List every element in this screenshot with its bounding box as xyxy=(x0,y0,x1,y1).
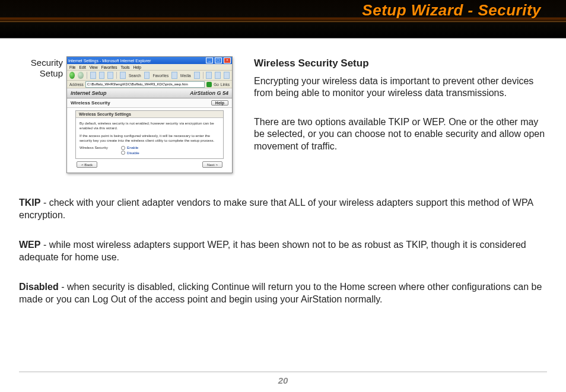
menu-edit[interactable]: Edit xyxy=(79,65,85,69)
forward-icon[interactable] xyxy=(78,72,83,79)
section-heading: Wireless Security Setup xyxy=(254,58,547,69)
option-label: Wireless Security xyxy=(80,145,121,150)
menu-favorites[interactable]: Favorites xyxy=(101,65,117,69)
def-disabled: Disabled - when security is disabled, cl… xyxy=(19,281,547,305)
toolbar-sep xyxy=(116,72,117,79)
option-row: Wireless Security Enable Disable xyxy=(80,145,220,155)
ie-menu-bar: File Edit View Favorites Tools Help xyxy=(67,64,232,71)
panel-footer: < Back Next > xyxy=(75,159,224,169)
intro-column: Wireless Security Setup Encrypting your … xyxy=(254,56,547,169)
app-brand: AirStation xyxy=(190,90,215,96)
back-icon[interactable] xyxy=(69,72,75,79)
option-choices: Enable Disable xyxy=(121,145,139,155)
toolbar-favorites-label[interactable]: Favorites xyxy=(152,74,168,78)
ie-titlebar: Internet Settings - Microsoft Internet E… xyxy=(67,57,232,64)
close-icon[interactable]: × xyxy=(224,58,231,63)
go-icon[interactable] xyxy=(206,82,212,87)
app-titlebar: Internet Setup AirStation G 54 xyxy=(67,88,232,98)
links-label[interactable]: Links xyxy=(221,82,230,87)
figure-caption: Security Setup xyxy=(19,56,66,79)
def-wep-term: WEP xyxy=(19,240,40,250)
menu-help[interactable]: Help xyxy=(133,65,141,69)
settings-panel: Wireless Security Settings By default, w… xyxy=(75,110,224,159)
radio-disable-label: Disable xyxy=(127,151,139,155)
maximize-icon[interactable]: ▢ xyxy=(215,58,222,63)
menu-file[interactable]: File xyxy=(69,65,75,69)
print-icon[interactable] xyxy=(215,72,221,79)
top-row: Security Setup Internet Settings - Micro… xyxy=(19,56,547,173)
radio-disable-input[interactable] xyxy=(121,151,125,155)
radio-enable-input[interactable] xyxy=(121,146,125,150)
definitions: TKIP - check with your client adapter ve… xyxy=(19,197,547,305)
address-label: Address xyxy=(69,82,84,87)
refresh-icon[interactable] xyxy=(99,72,105,79)
mail-icon[interactable] xyxy=(206,72,212,79)
page-header: Setup Wizard - Security xyxy=(0,0,566,39)
search-icon[interactable] xyxy=(120,72,126,79)
panel-note-2: If the access point is being configured … xyxy=(80,133,220,144)
toolbar-sep xyxy=(87,72,87,79)
figure-caption-line1: Security xyxy=(31,58,63,68)
history-icon[interactable] xyxy=(194,72,200,79)
radio-enable[interactable]: Enable xyxy=(121,145,139,150)
app-body: Wireless Security Settings By default, w… xyxy=(67,108,232,173)
page-body: Security Setup Internet Settings - Micro… xyxy=(0,39,566,305)
next-button[interactable]: Next > xyxy=(202,161,222,168)
address-input[interactable] xyxy=(85,81,205,88)
intro-paragraph-1: Encrypting your wireless data is importa… xyxy=(254,75,547,100)
go-label[interactable]: Go xyxy=(214,82,219,87)
toolbar-sep xyxy=(203,72,203,79)
stop-icon[interactable] xyxy=(90,72,96,79)
help-button[interactable]: Help xyxy=(211,100,228,106)
app-model: G 54 xyxy=(217,90,228,96)
window-buttons: _ ▢ × xyxy=(205,58,231,63)
toolbar-search-label[interactable]: Search xyxy=(129,74,141,78)
page-footer: 20 xyxy=(0,371,566,386)
footer-rule xyxy=(19,371,547,373)
figure-column: Security Setup Internet Settings - Micro… xyxy=(19,56,233,173)
app-title-text: Internet Setup xyxy=(71,90,107,96)
minimize-icon[interactable]: _ xyxy=(206,58,213,63)
def-wep-text: - while most wireless adapters support W… xyxy=(19,240,526,262)
intro-paragraph-2: There are two options available TKIP or … xyxy=(254,116,547,152)
panel-note-1: By default, wireless security is not ena… xyxy=(80,121,220,131)
page-number: 20 xyxy=(278,375,288,385)
app-subheader: Wireless Security Help xyxy=(67,98,232,108)
radio-enable-label: Enable xyxy=(127,145,138,150)
def-tkip-term: TKIP xyxy=(19,197,40,208)
home-icon[interactable] xyxy=(107,72,113,79)
panel-body: By default, wireless security is not ena… xyxy=(76,118,223,158)
def-disabled-text: - when security is disabled, clicking Co… xyxy=(19,282,542,304)
page-title: Setup Wizard - Security xyxy=(362,1,541,20)
media-icon[interactable] xyxy=(171,72,177,79)
app-subheading: Wireless Security xyxy=(71,100,110,106)
menu-view[interactable]: View xyxy=(90,65,98,69)
figure-caption-line2: Setup xyxy=(40,68,63,78)
def-tkip-text: - check with your client adapter vendors… xyxy=(19,197,533,219)
edit-icon[interactable] xyxy=(224,72,230,79)
radio-disable[interactable]: Disable xyxy=(121,151,139,155)
ie-address-bar: Address Go Links xyxy=(67,81,232,88)
ie-toolbar: Search Favorites Media xyxy=(67,71,232,81)
toolbar-media-label[interactable]: Media xyxy=(180,74,191,78)
panel-title: Wireless Security Settings xyxy=(76,111,223,118)
def-wep: WEP - while most wireless adapters suppo… xyxy=(19,239,547,263)
back-button[interactable]: < Back xyxy=(77,161,97,168)
def-tkip: TKIP - check with your client adapter ve… xyxy=(19,197,547,221)
def-disabled-term: Disabled xyxy=(19,282,59,292)
menu-tools[interactable]: Tools xyxy=(120,65,129,69)
screenshot: Internet Settings - Microsoft Internet E… xyxy=(66,56,233,173)
ie-window-title: Internet Settings - Microsoft Internet E… xyxy=(68,59,151,63)
favorites-icon[interactable] xyxy=(144,72,150,79)
